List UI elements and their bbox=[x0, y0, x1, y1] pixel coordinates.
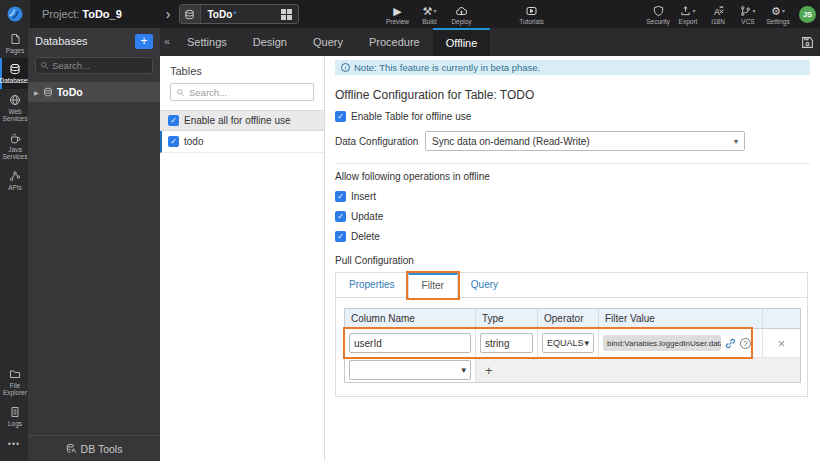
unsaved-indicator: * bbox=[233, 9, 237, 19]
header-actions bbox=[763, 309, 800, 328]
globe-icon bbox=[9, 94, 21, 106]
preview-button[interactable]: ▶ Preview bbox=[383, 0, 413, 28]
save-floppy-icon bbox=[801, 36, 814, 49]
sidebar-item-java-services[interactable]: Java Services bbox=[0, 127, 28, 165]
caret-down-icon: ▾ bbox=[461, 365, 466, 375]
security-button[interactable]: Security bbox=[643, 0, 673, 28]
user-avatar[interactable]: JS bbox=[799, 6, 816, 23]
shield-icon bbox=[653, 4, 664, 17]
sidebar-item-apis[interactable]: APIs bbox=[0, 165, 28, 195]
pull-tab-query[interactable]: Query bbox=[458, 273, 511, 297]
sidebar-item-web-services[interactable]: Web Services bbox=[0, 89, 28, 127]
grid-view-icon[interactable] bbox=[281, 9, 292, 20]
caret-down-icon: ▾ bbox=[692, 5, 695, 17]
build-button[interactable]: ⚒▾ Build bbox=[415, 0, 445, 28]
databases-panel-header: Databases + bbox=[28, 28, 160, 54]
db-tools-icon bbox=[66, 443, 77, 454]
enable-all-offline-row[interactable]: ✓ Enable all for offline use bbox=[160, 110, 324, 131]
deploy-cloud-icon bbox=[455, 4, 468, 17]
filter-table-add-row: ▾ + bbox=[345, 357, 800, 382]
caret-down-icon: ▾ bbox=[584, 338, 589, 348]
rail-spacer bbox=[0, 195, 28, 362]
caret-down-icon: ▾ bbox=[734, 137, 738, 146]
enable-all-checkbox[interactable]: ✓ bbox=[168, 115, 179, 126]
type-input[interactable] bbox=[480, 333, 533, 353]
database-icon bbox=[180, 5, 201, 23]
db-tab-bar: « Settings Design Query Procedure Offlin… bbox=[160, 28, 820, 56]
topbar-center-actions: ▶ Preview ⚒▾ Build Deploy bbox=[383, 0, 477, 28]
header-column-name: Column Name bbox=[345, 309, 476, 328]
left-nav-rail: Pages Databases Web Services Java Servic… bbox=[0, 28, 28, 461]
settings-button[interactable]: ⚙▾ Settings bbox=[763, 0, 793, 28]
add-database-button[interactable]: + bbox=[135, 34, 153, 49]
project-name: Project:ToDo_9 bbox=[42, 8, 122, 20]
operation-update-row: ✓ Update bbox=[335, 211, 810, 222]
tabbar-spacer bbox=[490, 28, 794, 56]
pull-tab-filter[interactable]: Filter bbox=[408, 273, 458, 298]
operation-delete-row: ✓ Delete bbox=[335, 231, 810, 242]
tab-settings[interactable]: Settings bbox=[174, 28, 240, 56]
expand-caret-icon[interactable]: ▶ bbox=[34, 89, 39, 96]
workspace: Tables ✓ Enable all for offline use ✓ to… bbox=[160, 56, 820, 461]
build-icon: ⚒▾ bbox=[423, 4, 437, 17]
database-tree-item-todo[interactable]: ▶ ToDo bbox=[28, 82, 160, 102]
add-filter-row-button[interactable]: + bbox=[485, 364, 493, 377]
data-configuration-select[interactable]: Sync data on-demand (Read-Write) ▾ bbox=[425, 131, 745, 151]
tables-search-input[interactable] bbox=[189, 87, 308, 98]
bind-link-icon[interactable] bbox=[725, 338, 736, 349]
breadcrumb-chevron-icon: › bbox=[166, 0, 171, 28]
doc-tab-label: ToDo bbox=[208, 9, 233, 20]
delete-row-icon[interactable]: × bbox=[778, 336, 786, 351]
export-button[interactable]: ▾ Export bbox=[673, 0, 703, 28]
pull-tab-properties[interactable]: Properties bbox=[336, 273, 408, 297]
tab-design[interactable]: Design bbox=[240, 28, 300, 56]
help-icon[interactable]: ? bbox=[740, 338, 751, 349]
top-bar: Project:ToDo_9 › ToDo * ▶ Preview ⚒▾ Bui… bbox=[0, 0, 820, 28]
tab-offline[interactable]: Offline bbox=[433, 28, 491, 56]
todo-table-checkbox[interactable]: ✓ bbox=[168, 136, 179, 147]
tables-panel-title: Tables bbox=[160, 56, 324, 82]
caret-down-icon: ▾ bbox=[752, 5, 755, 17]
more-options-icon[interactable]: ••• bbox=[0, 431, 28, 461]
databases-panel-title: Databases bbox=[35, 35, 88, 47]
collapse-panel-icon[interactable]: « bbox=[160, 28, 174, 56]
save-button[interactable] bbox=[794, 28, 820, 56]
bind-expression-chip[interactable]: bind:Variables.loggedInUser.data × bbox=[603, 335, 721, 351]
sidebar-item-file-explorer[interactable]: File Explorer bbox=[0, 363, 28, 401]
header-operator: Operator bbox=[538, 309, 599, 328]
deploy-button[interactable]: Deploy bbox=[447, 0, 477, 28]
open-document-tab[interactable]: ToDo * bbox=[179, 4, 299, 24]
sidebar-item-pages[interactable]: Pages bbox=[0, 28, 28, 58]
enable-table-checkbox[interactable]: ✓ bbox=[335, 111, 346, 122]
update-checkbox[interactable]: ✓ bbox=[335, 211, 346, 222]
databases-search[interactable] bbox=[35, 57, 153, 74]
db-tools-button[interactable]: DB Tools bbox=[28, 435, 160, 461]
pull-config-body: Column Name Type Operator Filter Value bbox=[336, 298, 807, 396]
tutorials-button[interactable]: Tutorials bbox=[517, 0, 547, 28]
insert-checkbox[interactable]: ✓ bbox=[335, 191, 346, 202]
i18n-button[interactable]: A I18N bbox=[703, 0, 733, 28]
tab-procedure[interactable]: Procedure bbox=[356, 28, 433, 56]
operator-select[interactable]: EQUALS ▾ bbox=[542, 333, 594, 353]
data-configuration-label: Data Configuration bbox=[335, 136, 425, 147]
pull-configuration-label: Pull Configuration bbox=[335, 255, 810, 266]
tables-search[interactable] bbox=[170, 83, 314, 101]
filter-table: Column Name Type Operator Filter Value bbox=[344, 308, 801, 383]
operations-label: Allow following operations in offline bbox=[335, 171, 810, 182]
delete-checkbox[interactable]: ✓ bbox=[335, 231, 346, 242]
svg-text:A: A bbox=[714, 7, 720, 17]
vcs-button[interactable]: ▾ VCS bbox=[733, 0, 763, 28]
column-name-input[interactable] bbox=[349, 333, 471, 353]
beta-note-banner: i Note: This feature is currently in bet… bbox=[335, 60, 810, 75]
caret-down-icon: ▾ bbox=[433, 5, 436, 17]
sidebar-item-logs[interactable]: Logs bbox=[0, 401, 28, 431]
new-column-select[interactable]: ▾ bbox=[349, 360, 471, 380]
wavemaker-logo[interactable] bbox=[0, 0, 30, 28]
pull-config-tabs: Properties Filter Query bbox=[336, 273, 807, 298]
api-nodes-icon bbox=[9, 170, 21, 182]
table-row-todo[interactable]: ✓ todo bbox=[160, 131, 324, 153]
tab-query[interactable]: Query bbox=[300, 28, 356, 56]
databases-search-input[interactable] bbox=[52, 60, 148, 71]
database-icon bbox=[43, 87, 53, 97]
sidebar-item-databases[interactable]: Databases bbox=[0, 58, 28, 88]
